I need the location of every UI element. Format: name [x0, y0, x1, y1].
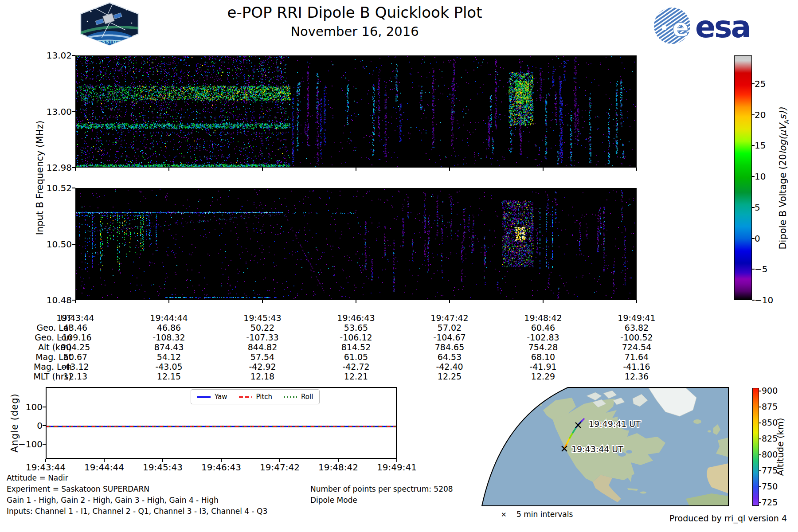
ephemeris-value: 53.65: [309, 323, 403, 332]
axis-tick-mark: [759, 502, 761, 503]
ephemeris-value: 724.54: [590, 342, 683, 352]
axis-tick-mark: [752, 207, 755, 208]
ephemeris-value: -41.91: [497, 362, 590, 372]
ephemeris-value: -41.16: [590, 362, 683, 372]
legend-item-yaw: Yaw: [197, 393, 227, 401]
voltage-colorbar-tick-label: −10: [755, 295, 773, 305]
voltage-colorbar-tick-label: 10: [755, 171, 766, 182]
altitude-tick-label: 775: [762, 466, 778, 475]
legend-label: Roll: [301, 393, 313, 401]
legend-item-roll: Roll: [284, 393, 313, 401]
axis-tick-mark: [759, 407, 761, 407]
ephemeris-value: -108.32: [122, 332, 215, 342]
frequency-tick-label: 12.98: [18, 162, 72, 173]
legend-item-pitch: Pitch: [239, 393, 273, 401]
angle-tick-label: 100: [9, 402, 43, 412]
angle-legend: YawPitchRoll: [191, 389, 320, 404]
points-line: Number of points per spectrum: 5208: [310, 485, 453, 493]
ephemeris-value: -109.16: [29, 332, 122, 342]
ephemeris-value: 71.64: [590, 352, 683, 362]
altitude-tick-label: 750: [762, 481, 778, 491]
axis-tick-mark: [752, 176, 755, 177]
axis-tick-mark: [43, 444, 46, 445]
axis-tick-mark: [338, 459, 339, 462]
altitude-tick-label: 900: [762, 386, 778, 395]
ephemeris-value: 12.15: [122, 372, 215, 381]
ground-track-map: 19:49:41 UT 19:43:44 UT: [481, 387, 729, 507]
ephemeris-value: 844.82: [216, 342, 309, 352]
cassiope-logo-label: CASSIOPE: [94, 39, 125, 44]
ephemeris-value: 19:46:43: [309, 313, 403, 323]
voltage-colorbar-tick-label: 5: [755, 202, 760, 213]
axis-tick-mark: [543, 168, 544, 171]
axis-tick-mark: [752, 300, 755, 301]
axis-tick-mark: [752, 269, 755, 270]
altitude-tick-label: 825: [762, 434, 778, 443]
axis-tick-mark: [75, 168, 76, 171]
ephemeris-value: 57.02: [403, 323, 496, 332]
axis-tick-mark: [396, 459, 397, 462]
axis-tick-mark: [759, 486, 761, 487]
spectrogram-panel-upper: [75, 55, 637, 168]
angle-tick-label: 0: [9, 420, 43, 431]
attitude-line: Attitude = Nadir: [7, 473, 68, 482]
voltage-colorbar-label: Dipole B Voltage (20log(μVAs)): [778, 77, 790, 281]
axis-tick-mark: [752, 145, 755, 146]
voltage-colorbar-tick-label: 25: [755, 78, 766, 89]
axis-tick-mark: [75, 300, 76, 303]
ephemeris-value: 12.18: [216, 372, 309, 381]
ephemeris-value: 814.52: [309, 342, 403, 352]
frequency-tick-label: 10.50: [18, 239, 72, 250]
axis-tick-mark: [759, 422, 761, 423]
ephemeris-value: 19:43:44: [29, 313, 122, 323]
pitch-line-sample: [239, 396, 252, 398]
ephemeris-value: 64.53: [403, 352, 496, 362]
ephemeris-value: -42.40: [403, 362, 496, 372]
ephemeris-value: 12.13: [29, 372, 122, 381]
ephemeris-value: 874.43: [122, 342, 215, 352]
altitude-tick-label: 875: [762, 402, 778, 411]
page-date: November 16, 2016: [133, 24, 576, 39]
axis-tick-mark: [72, 244, 75, 245]
ephemeris-value: 57.54: [216, 352, 309, 362]
axis-tick-mark: [449, 168, 450, 171]
ephemeris-value: 19:45:43: [216, 313, 309, 323]
ephemeris-value: 54.12: [122, 352, 215, 362]
voltage-colorbar-tick-label: 0: [755, 233, 760, 244]
ephemeris-value: 904.25: [29, 342, 122, 352]
axis-tick-mark: [356, 300, 356, 303]
quicklook-figure: CASSIOPE e-POP RRI Dipole B Quicklook Pl…: [0, 0, 798, 532]
axis-tick-mark: [759, 391, 761, 391]
altitude-tick-label: 725: [762, 497, 778, 507]
voltage-cb-label-pre: Dipole B Voltage (20: [778, 154, 788, 249]
frequency-tick-label: 10.48: [18, 295, 72, 305]
axis-tick-mark: [72, 188, 75, 188]
esa-wordmark: esa: [695, 9, 750, 44]
axis-tick-mark: [104, 459, 105, 462]
axis-tick-mark: [279, 459, 280, 462]
ephemeris-value: -43.05: [122, 362, 215, 372]
spectrogram-panel-lower: [75, 188, 637, 300]
ephemeris-value: -43.12: [29, 362, 122, 372]
ephemeris-value: 61.05: [309, 352, 403, 362]
axis-tick-mark: [636, 168, 637, 171]
experiment-line: Experiment = Saskatoon SUPERDARN: [7, 485, 149, 493]
ephemeris-value: -42.72: [309, 362, 403, 372]
angle-tick-label: −100: [9, 439, 43, 450]
mode-line: Dipole Mode: [310, 496, 357, 505]
voltage-colorbar-tick-label: 20: [755, 110, 766, 120]
ephemeris-value: 12.36: [590, 372, 683, 381]
voltage-cb-label-mid: (μV: [778, 124, 788, 140]
gains-line: Gain 1 - High, Gain 2 - High, Gain 3 - H…: [7, 496, 219, 505]
axis-tick-mark: [262, 300, 263, 303]
axis-tick-mark: [752, 83, 755, 84]
axis-tick-mark: [45, 459, 46, 462]
svg-text:e: e: [672, 13, 689, 42]
axis-tick-mark: [72, 111, 75, 112]
axis-tick-mark: [221, 459, 222, 462]
x-marker-icon: ✕: [501, 511, 507, 519]
ephemeris-value: 12.29: [497, 372, 590, 381]
ephemeris-value: 784.65: [403, 342, 496, 352]
voltage-colorbar-tick-label: 15: [755, 140, 766, 151]
altitude-tick-label: 850: [762, 418, 778, 427]
